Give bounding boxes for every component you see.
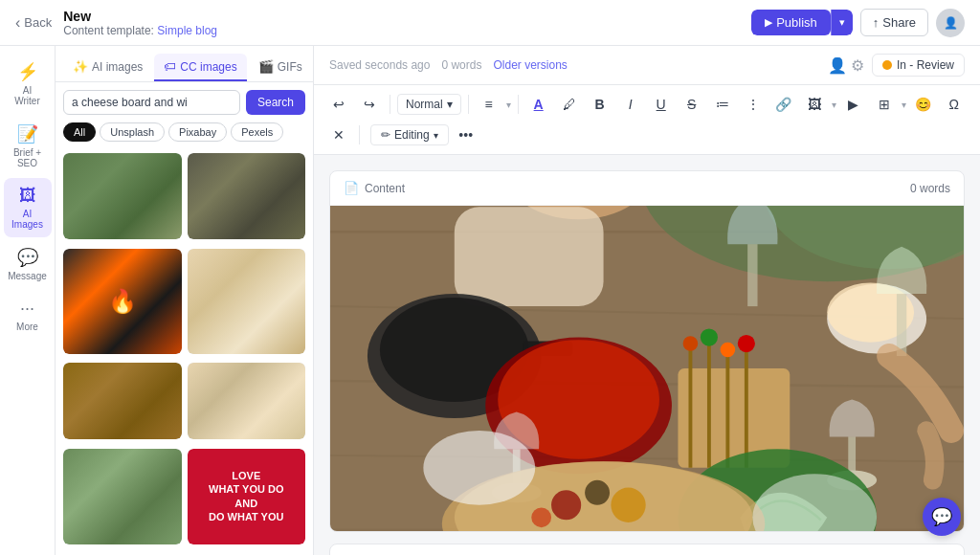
- underline-button[interactable]: U: [648, 91, 675, 118]
- sidebar-item-message[interactable]: 💬 Message: [4, 239, 52, 289]
- svg-rect-39: [747, 244, 757, 306]
- publish-wrap: ▶ Publish ▾: [751, 10, 853, 35]
- save-status: Saved seconds ago: [329, 58, 430, 72]
- list-item[interactable]: [63, 449, 182, 544]
- publish-button[interactable]: ▶ Publish: [751, 10, 831, 35]
- sidebar-item-ai-images[interactable]: 🖼 AI Images: [4, 178, 52, 237]
- sidebar-item-brief-seo[interactable]: 📝 Brief + SEO: [4, 116, 52, 176]
- strikethrough-button[interactable]: S: [679, 91, 705, 118]
- publish-label: Publish: [776, 15, 817, 30]
- tab-gifs[interactable]: 🎬 GIFs: [249, 54, 312, 81]
- emoji-button[interactable]: 😊: [910, 91, 937, 118]
- toolbar-divider-2: [468, 95, 469, 114]
- back-button[interactable]: ‹ Back: [15, 14, 52, 32]
- align-button[interactable]: ≡: [476, 91, 502, 118]
- list-item[interactable]: [188, 363, 306, 439]
- more-icon: ···: [20, 299, 34, 319]
- list-item[interactable]: LOVEWHAT YOU DOANDDO WHAT YOU: [188, 449, 306, 544]
- list-item[interactable]: 🔥: [63, 249, 182, 354]
- search-input[interactable]: a cheese board and wi: [63, 90, 240, 115]
- list-item[interactable]: [188, 153, 306, 239]
- svg-point-33: [611, 488, 645, 522]
- editing-mode-chevron: ▾: [434, 130, 438, 141]
- status-badge[interactable]: In - Review: [872, 54, 965, 77]
- list-item[interactable]: [63, 153, 182, 239]
- filter-pixabay[interactable]: Pixabay: [168, 122, 227, 142]
- sidebar-item-label-ai-images: AI Images: [10, 209, 46, 230]
- svg-point-22: [721, 343, 736, 358]
- main-body: ⚡ AI Writer 📝 Brief + SEO 🖼 AI Images 💬 …: [0, 46, 980, 555]
- editor-top-left: Saved seconds ago 0 words Older versions: [329, 58, 568, 72]
- content-block-header-left: 📄 Content: [344, 181, 405, 195]
- avatar-initial: 👤: [944, 16, 958, 30]
- share-label: Share: [882, 15, 916, 30]
- bold-button[interactable]: B: [587, 91, 613, 118]
- highlight-button[interactable]: 🖊: [556, 91, 583, 118]
- editing-mode-select[interactable]: ✏ Editing ▾: [370, 124, 449, 145]
- content-block-icon: 📄: [344, 181, 359, 195]
- undo-button[interactable]: ↩: [325, 91, 352, 118]
- text-style-select[interactable]: Normal ▾: [397, 94, 461, 115]
- pencil-icon: ✏: [381, 128, 390, 142]
- image-insert-button[interactable]: 🖼: [801, 91, 828, 118]
- redo-button[interactable]: ↪: [356, 91, 383, 118]
- special-char-button[interactable]: Ω: [941, 91, 968, 118]
- back-arrow-icon: ‹: [15, 14, 20, 32]
- cc-images-tab-icon: 🏷: [164, 59, 176, 74]
- link-button[interactable]: 🔗: [770, 91, 797, 118]
- svg-rect-9: [455, 207, 604, 306]
- image-grid: 🔥 LOVEWHAT YOU DOANDDO WHAT YOU: [56, 149, 313, 555]
- content-block-header: 📄 Content 0 words: [330, 171, 964, 206]
- more-options-button[interactable]: •••: [453, 122, 479, 148]
- tab-ai-images[interactable]: ✨ AI images: [63, 54, 152, 81]
- status-dot: [882, 60, 892, 70]
- gifs-tab-icon: 🎬: [258, 59, 274, 74]
- chat-bubble-button[interactable]: 💬: [923, 498, 961, 536]
- filter-pexels[interactable]: Pexels: [231, 122, 283, 142]
- ordered-list-button[interactable]: ⋮: [740, 91, 767, 118]
- text-color-button[interactable]: A: [525, 91, 552, 118]
- editor-top-right: 👤 ⚙ In - Review: [828, 54, 965, 77]
- sidebar-item-label-more: More: [16, 322, 38, 332]
- filter-unsplash[interactable]: Unsplash: [100, 122, 165, 142]
- list-item[interactable]: [188, 249, 306, 354]
- tab-gifs-label: GIFs: [278, 60, 302, 74]
- settings-icon[interactable]: ⚙: [851, 56, 864, 75]
- tab-cc-images-label: CC images: [180, 60, 236, 74]
- word-count: 0 words: [441, 58, 481, 72]
- table-button[interactable]: ⊞: [871, 91, 898, 118]
- page-title-area: New Content template: Simple blog: [63, 9, 217, 37]
- brief-seo-icon: 📝: [17, 123, 38, 144]
- tab-ai-images-label: AI images: [92, 60, 143, 74]
- tab-cc-images[interactable]: 🏷 CC images: [154, 54, 246, 81]
- feature-image-block[interactable]: 📎 Feature Image: [329, 544, 965, 555]
- svg-point-31: [551, 490, 581, 520]
- search-button[interactable]: Search: [246, 90, 305, 115]
- ai-images-icon: 🖼: [19, 186, 36, 206]
- publish-arrow-icon: ▶: [765, 16, 772, 29]
- older-versions-link[interactable]: Older versions: [493, 58, 567, 72]
- share-button[interactable]: ↑ Share: [860, 9, 928, 36]
- search-button-label: Search: [257, 96, 294, 109]
- erase-button[interactable]: ✕: [325, 122, 352, 148]
- sidebar-item-more[interactable]: ··· More: [4, 291, 52, 340]
- play-button[interactable]: ▶: [840, 91, 867, 118]
- content-block-label: Content: [365, 182, 405, 195]
- image-panel: ✨ AI images 🏷 CC images 🎬 GIFs › a chees…: [56, 46, 314, 555]
- publish-dropdown-button[interactable]: ▾: [831, 10, 853, 35]
- editor-content: 📄 Content 0 words: [314, 155, 980, 555]
- page-title: New: [63, 9, 217, 24]
- svg-point-32: [585, 480, 610, 505]
- top-header: ‹ Back New Content template: Simple blog…: [0, 0, 980, 46]
- search-bar: a cheese board and wi Search: [56, 82, 313, 122]
- sidebar-item-label-brief-seo: Brief + SEO: [10, 147, 46, 168]
- filter-all[interactable]: All: [63, 122, 96, 142]
- italic-button[interactable]: I: [617, 91, 644, 118]
- sidebar-item-ai-writer[interactable]: ⚡ AI Writer: [4, 54, 52, 114]
- template-link[interactable]: Simple blog: [157, 24, 217, 37]
- message-icon: 💬: [17, 247, 38, 268]
- chat-icon: 💬: [931, 506, 952, 527]
- list-item[interactable]: [63, 363, 182, 439]
- status-label: In - Review: [897, 58, 954, 72]
- bullet-list-button[interactable]: ≔: [709, 91, 736, 118]
